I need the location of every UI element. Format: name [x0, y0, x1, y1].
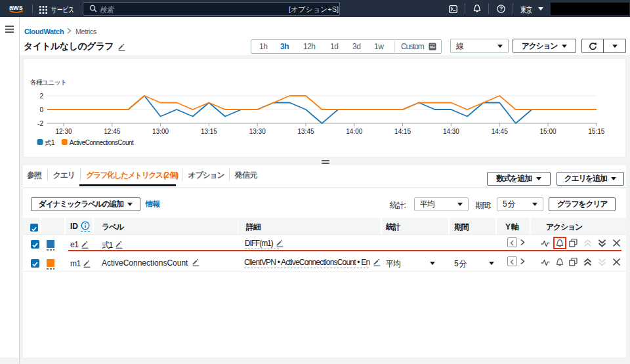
svg-text:-2: -2: [37, 120, 43, 127]
svg-text:14:00: 14:00: [346, 128, 362, 135]
svg-text:14:30: 14:30: [443, 128, 459, 135]
svg-text:ActiveConnectionsCount: ActiveConnectionsCount: [70, 139, 134, 146]
svg-text:13:45: 13:45: [297, 128, 314, 135]
svg-text:aws: aws: [9, 3, 23, 11]
svg-text:?: ?: [499, 5, 503, 12]
svg-text:14:45: 14:45: [492, 128, 508, 135]
svg-text:各種ユニット: 各種ユニット: [30, 79, 66, 86]
svg-text:13:30: 13:30: [249, 128, 266, 135]
svg-text:15:15: 15:15: [588, 128, 604, 135]
svg-text:2: 2: [39, 92, 43, 100]
svg-text:12:30: 12:30: [55, 128, 72, 135]
svg-text:式1: 式1: [45, 139, 56, 146]
svg-text:14:15: 14:15: [394, 128, 411, 135]
svg-text:12:45: 12:45: [104, 128, 120, 135]
svg-text:13:00: 13:00: [152, 128, 169, 135]
svg-text:0: 0: [39, 106, 43, 113]
svg-text:15:00: 15:00: [539, 128, 556, 135]
svg-text:13:15: 13:15: [201, 128, 217, 135]
